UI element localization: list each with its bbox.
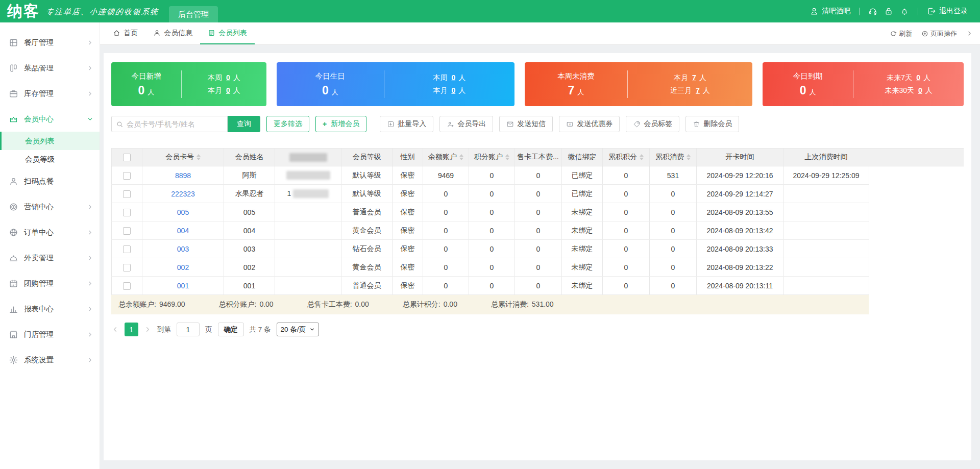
send-sms-button[interactable]: 发送短信 [499, 116, 553, 132]
sidebar-item-system-settings[interactable]: 系统设置 [0, 347, 100, 373]
cell-phone [275, 203, 341, 221]
logout-button[interactable]: 退出登录 [927, 7, 968, 16]
col-acc-points: 累积积分 [608, 153, 637, 162]
select-all-checkbox[interactable] [123, 154, 131, 161]
table-row: 003 003 钻石会员 保密 0 0 0 未绑定 0 0 2024-08-09… [112, 240, 964, 258]
row-checkbox[interactable] [123, 264, 131, 271]
member-card-link[interactable]: 001 [177, 282, 189, 290]
row-checkbox[interactable] [123, 282, 131, 290]
col-level: 会员等级 [353, 153, 381, 161]
row-checkbox[interactable] [123, 209, 131, 216]
chevron-right-icon [87, 90, 93, 97]
row-checkbox[interactable] [123, 245, 131, 253]
sidebar-item-takeout-mgmt[interactable]: 外卖管理 [0, 245, 100, 270]
member-card-link[interactable]: 002 [177, 263, 189, 271]
cell-balance: 0 [423, 185, 469, 203]
sidebar-item-order-center[interactable]: 订单中心 [0, 219, 100, 245]
tab-member-info[interactable]: 会员信息 [145, 22, 200, 44]
sidebar-item-store-mgmt[interactable]: 门店管理 [0, 322, 100, 347]
stat-link[interactable]: 0 [451, 73, 455, 82]
member-card-link[interactable]: 005 [177, 208, 189, 216]
chevron-down-icon [309, 327, 315, 332]
row-checkbox[interactable] [123, 227, 131, 235]
admin-tab[interactable]: 后台管理 [169, 6, 218, 22]
tab-member-list[interactable]: 会员列表 [200, 22, 255, 44]
support-button[interactable] [868, 7, 877, 16]
sort-acc-points[interactable] [640, 154, 644, 160]
goto-page-input[interactable] [177, 323, 200, 336]
sort-points[interactable] [505, 154, 509, 160]
row-checkbox[interactable] [123, 172, 131, 180]
list-icon [208, 29, 215, 37]
prev-page-icon[interactable] [111, 326, 119, 333]
member-card-link[interactable]: 8898 [175, 171, 191, 180]
redacted-column-header [289, 153, 327, 162]
cell-gender: 保密 [393, 203, 423, 221]
sidebar-item-scan-order[interactable]: 扫码点餐 [0, 168, 100, 194]
row-checkbox[interactable] [123, 190, 131, 198]
stat-link[interactable]: 0 [916, 73, 920, 82]
member-card-link[interactable]: 222323 [171, 190, 195, 198]
sort-acc-consume[interactable] [687, 154, 691, 160]
page-size-select[interactable]: 20 条/页 [277, 323, 320, 336]
stat-link[interactable]: 0 [226, 73, 230, 82]
stat-link[interactable]: 7 [696, 86, 700, 94]
member-card-link[interactable]: 003 [177, 245, 189, 253]
restaurant-icon [9, 38, 18, 47]
sidebar-item-inventory-mgmt[interactable]: 库存管理 [0, 81, 100, 106]
stat-link[interactable]: 7 [692, 73, 696, 82]
confirm-page-button[interactable]: 确定 [218, 323, 244, 336]
table-row: 005 005 普通会员 保密 0 0 0 未绑定 0 0 2024-08-09… [112, 203, 964, 221]
member-tag-button[interactable]: 会员标签 [626, 116, 679, 132]
sidebar-subitem-member-list[interactable]: 会员列表 [0, 132, 100, 150]
member-card-link[interactable]: 004 [177, 227, 189, 235]
sidebar-item-member-center[interactable]: 会员中心 [0, 106, 100, 132]
cell-acc-consume: 0 [650, 185, 697, 203]
cell-open-time: 2024-08-09 20:13:11 [697, 277, 783, 295]
stat-link[interactable]: 0 [918, 86, 922, 94]
stat-card-value: 7 [568, 84, 574, 97]
table-row: 8898 阿斯 默认等级 保密 9469 0 0 已绑定 0 531 2024-… [112, 166, 964, 185]
cell-last-time [783, 258, 869, 277]
cell-last-time [783, 203, 869, 221]
tabbar-actions: 刷新 页面操作 [890, 22, 980, 44]
stat-link[interactable]: 0 [226, 86, 230, 94]
sidebar-item-groupbuy-mgmt[interactable]: 团购管理 [0, 270, 100, 296]
sort-card-no[interactable] [197, 154, 201, 160]
sidebar-item-restaurant-mgmt[interactable]: 餐厅管理 [0, 30, 100, 55]
page-actions-button[interactable]: 页面操作 [921, 29, 957, 38]
tab-home[interactable]: 首页 [105, 22, 145, 44]
search-button[interactable]: 查询 [228, 116, 260, 132]
cell-name: 002 [224, 258, 275, 277]
sidebar-item-dish-mgmt[interactable]: 菜品管理 [0, 55, 100, 81]
send-coupon-button[interactable]: ¥ 发送优惠券 [559, 116, 620, 132]
col-balance: 余额账户 [428, 153, 457, 162]
cell-points: 0 [469, 185, 515, 203]
tag-icon [633, 120, 641, 128]
search-input[interactable] [127, 120, 223, 128]
cell-acc-consume: 0 [650, 240, 697, 258]
next-page-icon[interactable] [144, 326, 152, 333]
sidebar-item-marketing-center[interactable]: 营销中心 [0, 194, 100, 219]
divider [859, 8, 860, 15]
current-user[interactable]: 清吧酒吧 [810, 7, 850, 16]
page-number-current[interactable]: 1 [125, 323, 138, 336]
person-icon [9, 177, 18, 186]
delete-member-button[interactable]: 删除会员 [685, 116, 739, 132]
content: 今日新增 0人 本周0人 本月0人 今日生日 0人 [100, 45, 980, 469]
sidebar-subitem-member-level[interactable]: 会员等级 [0, 150, 100, 168]
stat-link[interactable]: 0 [451, 86, 455, 94]
notifications-button[interactable] [900, 7, 909, 16]
sort-balance[interactable] [459, 154, 463, 160]
stat-card-today-birthday: 今日生日 0人 本周0人 本月0人 [277, 62, 514, 106]
lock-button[interactable] [884, 7, 893, 16]
batch-import-button[interactable]: 批量导入 [380, 116, 433, 132]
chevron-right-icon [87, 204, 93, 210]
member-export-button[interactable]: 会员导出 [439, 116, 493, 132]
add-member-button[interactable]: +新增会员 [315, 116, 366, 132]
more-filter-button[interactable]: 更多筛选 [266, 116, 309, 132]
calendar-icon [9, 279, 18, 288]
refresh-button[interactable]: 刷新 [890, 29, 912, 38]
chevron-right-icon[interactable] [966, 30, 973, 37]
sidebar-item-report-center[interactable]: 报表中心 [0, 296, 100, 322]
